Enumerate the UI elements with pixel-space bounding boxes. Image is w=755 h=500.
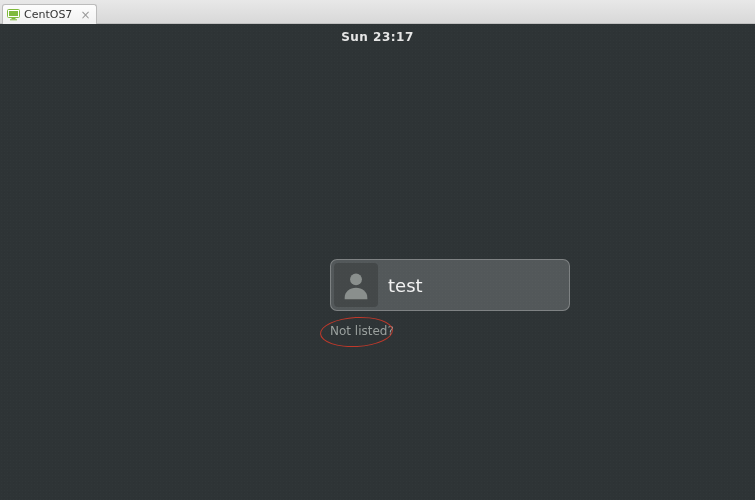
user-icon [339,268,373,302]
top-bar: Sun 23:17 [0,24,755,50]
not-listed-link[interactable]: Not listed? [330,324,394,338]
user-list-item[interactable]: test [330,259,570,311]
vm-monitor-icon [7,9,20,21]
svg-rect-1 [9,11,18,16]
username-label: test [388,275,423,296]
svg-point-4 [350,273,362,285]
gdm-login-screen: Sun 23:17 test Not listed? [0,24,755,500]
tab-centos7[interactable]: CentOS7 × [2,4,97,24]
avatar [334,263,378,307]
svg-rect-3 [10,19,17,20]
clock: Sun 23:17 [341,30,414,44]
close-icon[interactable]: × [80,9,90,21]
browser-tab-strip: CentOS7 × [0,0,755,24]
svg-rect-2 [12,18,16,19]
tab-label: CentOS7 [24,8,72,21]
